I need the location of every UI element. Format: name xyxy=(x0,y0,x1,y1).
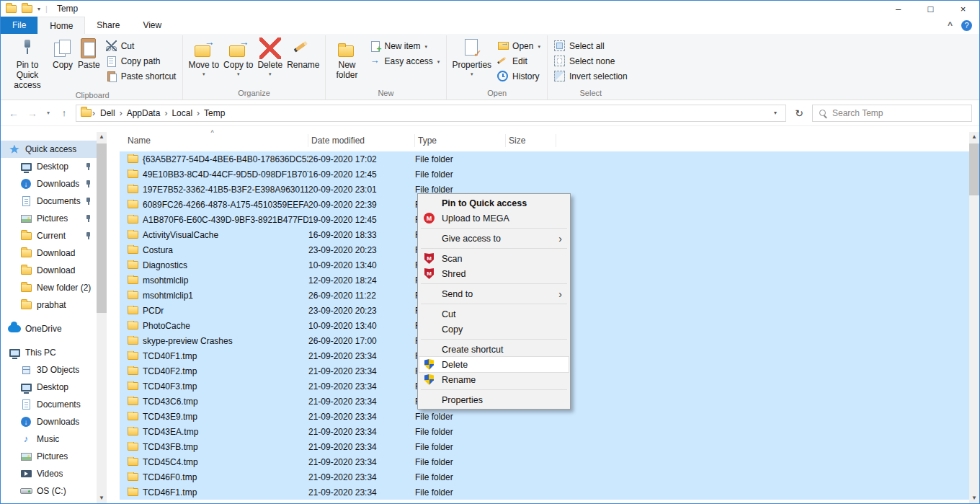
back-button[interactable]: ← xyxy=(6,107,21,119)
search-box[interactable] xyxy=(812,105,972,122)
select-all-button[interactable]: Select all xyxy=(551,38,631,53)
scroll-down-icon[interactable]: ▼ xyxy=(99,493,104,503)
sidebar-item[interactable]: Desktop xyxy=(1,379,97,396)
history-button[interactable]: History xyxy=(494,68,544,84)
sidebar-item[interactable]: Download xyxy=(1,244,97,262)
file-row[interactable]: TCD43EA.tmp 21-09-2020 23:34 File folder xyxy=(120,424,969,439)
breadcrumb[interactable]: › Dell › AppData › Local › xyxy=(76,105,786,122)
context-menu-item[interactable]: Properties › xyxy=(419,392,569,407)
sidebar-item[interactable]: Downloads xyxy=(1,175,97,193)
context-menu-item[interactable]: Copy › xyxy=(419,322,569,337)
help-icon[interactable]: ? xyxy=(961,20,972,31)
sidebar-item[interactable]: This PC xyxy=(1,344,97,361)
tab-file[interactable]: File xyxy=(1,17,37,34)
list-scroll-track[interactable] xyxy=(969,142,979,493)
sidebar-item[interactable]: Videos xyxy=(1,465,97,482)
refresh-icon[interactable]: ↻ xyxy=(790,107,808,119)
sidebar-scroll-thumb[interactable] xyxy=(97,143,107,313)
address-dropdown-chevron-icon[interactable]: ▾ xyxy=(770,110,781,116)
sidebar-item[interactable]: Pictures xyxy=(1,210,97,227)
file-row[interactable]: 49E10BB3-8C4D-44CF-9D5D-098DF1B707... 16… xyxy=(120,167,969,182)
sidebar-item[interactable]: prabhat xyxy=(1,296,97,314)
context-menu-item[interactable]: Shred › xyxy=(419,266,569,281)
breadcrumb-segment[interactable]: Local xyxy=(167,108,197,118)
easy-access-button[interactable]: Easy access ▾ xyxy=(366,53,444,68)
context-menu-item[interactable]: › xyxy=(421,304,567,304)
sidebar-item[interactable]: Music xyxy=(1,430,97,448)
sidebar-scrollbar[interactable]: ▲ ▼ xyxy=(97,132,107,503)
column-header[interactable]: Size ^ xyxy=(506,134,556,147)
context-menu-item[interactable]: Pin to Quick access › xyxy=(419,195,569,211)
breadcrumb-segment[interactable]: Temp xyxy=(200,108,229,118)
file-row[interactable]: TCD43E9.tmp 21-09-2020 23:34 File folder xyxy=(120,409,969,424)
file-row[interactable]: TCD43FB.tmp 21-09-2020 23:34 File folder xyxy=(120,439,969,454)
sidebar-item[interactable]: Documents xyxy=(1,193,97,210)
pin-to-quick-access-button[interactable]: Pin to Quick access xyxy=(5,35,50,90)
file-row[interactable]: {63A5B277-54D4-4BE6-B4B0-178636DC53... 2… xyxy=(120,151,969,167)
context-menu-item[interactable]: › xyxy=(421,389,567,390)
new-folder-button[interactable]: New folder xyxy=(329,35,366,81)
context-menu-item[interactable]: Rename › xyxy=(419,372,569,387)
copy-button[interactable]: Copy xyxy=(50,35,76,71)
context-menu-item[interactable]: › xyxy=(421,248,567,249)
copy-to-button[interactable]: Copy to ▾ xyxy=(221,35,255,76)
qat-folder-icon[interactable] xyxy=(22,5,32,13)
paste-button[interactable]: Paste xyxy=(76,35,102,71)
forward-button[interactable]: → xyxy=(25,107,40,119)
maximize-button[interactable]: □ xyxy=(914,1,947,17)
qat-customize-chevron-icon[interactable]: ▾ xyxy=(37,6,40,12)
rename-button[interactable]: Rename xyxy=(285,35,321,71)
properties-button[interactable]: Properties ▾ xyxy=(450,35,494,76)
paste-shortcut-button[interactable]: Paste shortcut xyxy=(102,68,180,84)
list-scroll-thumb[interactable] xyxy=(969,143,979,195)
column-header[interactable]: Name ^ xyxy=(120,134,308,147)
context-menu-item[interactable]: Delete › xyxy=(419,357,569,372)
edit-button[interactable]: Edit xyxy=(494,53,544,68)
context-menu-item[interactable]: Send to › xyxy=(419,286,569,301)
search-input[interactable] xyxy=(832,108,966,118)
minimize-button[interactable]: – xyxy=(882,1,914,17)
list-scrollbar[interactable]: ▲ ▼ xyxy=(969,132,979,503)
up-button[interactable]: ↑ xyxy=(57,107,71,118)
scroll-up-icon[interactable]: ▲ xyxy=(99,132,104,142)
tab-home[interactable]: Home xyxy=(37,17,85,34)
breadcrumb-segment[interactable]: Dell xyxy=(96,108,120,118)
context-menu-item[interactable]: Create shortcut › xyxy=(419,342,569,357)
select-none-button[interactable]: Select none xyxy=(551,53,631,68)
delete-button[interactable]: Delete ▾ xyxy=(255,35,285,76)
sidebar-item[interactable]: Current xyxy=(1,227,97,244)
close-button[interactable]: × xyxy=(947,1,979,17)
context-menu-item[interactable]: Give access to › xyxy=(419,231,569,246)
file-row[interactable]: TCD46F0.tmp 21-09-2020 23:34 File folder xyxy=(120,469,969,485)
new-item-button[interactable]: New item ▾ xyxy=(366,38,444,53)
context-menu-item[interactable]: › xyxy=(421,283,567,284)
sidebar-item[interactable]: 3D Objects xyxy=(1,361,97,379)
sidebar-item[interactable]: Download xyxy=(1,262,97,279)
sidebar-item[interactable]: Documents xyxy=(1,396,97,413)
scroll-down-icon[interactable]: ▼ xyxy=(971,493,977,503)
column-header[interactable]: Type ^ xyxy=(415,134,506,147)
sidebar-item[interactable]: OS (C:) xyxy=(1,482,97,500)
column-header[interactable]: Date modified ^ xyxy=(308,134,415,147)
context-menu-item[interactable]: Upload to MEGA › xyxy=(419,211,569,226)
breadcrumb-segment[interactable]: AppData xyxy=(122,108,165,118)
sidebar-item[interactable]: Desktop xyxy=(1,158,97,175)
context-menu-item[interactable]: › xyxy=(421,339,567,340)
invert-selection-button[interactable]: Invert selection xyxy=(551,68,631,84)
context-menu-item[interactable]: Scan › xyxy=(419,251,569,266)
open-button[interactable]: Open ▾ xyxy=(494,38,544,53)
cut-button[interactable]: Cut xyxy=(102,38,180,53)
file-row[interactable]: TCD46F1.tmp 21-09-2020 23:34 File folder xyxy=(120,485,969,500)
move-to-button[interactable]: Move to ▾ xyxy=(186,35,221,76)
sidebar-item[interactable]: Downloads xyxy=(1,413,97,430)
minimize-ribbon-icon[interactable]: ^ xyxy=(948,20,953,30)
sidebar-item[interactable]: New folder (2) xyxy=(1,279,97,296)
recent-locations-chevron-icon[interactable]: ▾ xyxy=(44,110,53,116)
file-row[interactable]: TCD45C4.tmp 21-09-2020 23:34 File folder xyxy=(120,454,969,469)
context-menu-item[interactable]: Cut › xyxy=(419,306,569,322)
tab-share[interactable]: Share xyxy=(85,17,131,34)
sidebar-item[interactable]: OneDrive xyxy=(1,320,97,337)
copy-path-button[interactable]: Copy path xyxy=(102,53,180,68)
tab-view[interactable]: View xyxy=(131,17,173,34)
sidebar-item[interactable]: Quick access xyxy=(1,141,97,158)
